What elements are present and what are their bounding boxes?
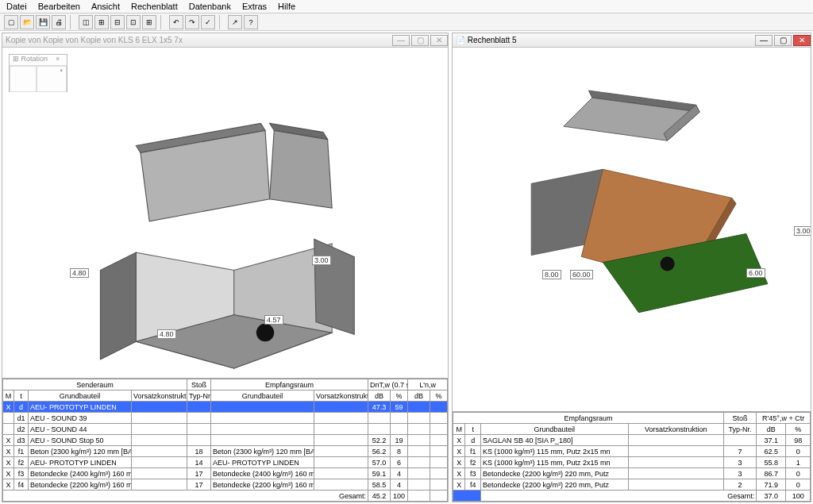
- table-row[interactable]: Xf2AEU- PROTOTYP LINDEN14AEU- PROTOTYP L…: [3, 457, 448, 468]
- close-icon[interactable]: ✕: [793, 35, 811, 46]
- dim-a: 8.00: [542, 270, 561, 279]
- close-icon[interactable]: ✕: [430, 35, 448, 46]
- left-viewport[interactable]: ⊞ Rotation × • 3.00 4.80: [2, 48, 448, 378]
- svg-marker-8: [314, 239, 354, 334]
- save-icon[interactable]: 💾: [36, 15, 50, 29]
- right-pane: 📄 Rechenblatt 5 — ▢ ✕: [452, 33, 811, 502]
- table-row[interactable]: XdSAGLAN SB 40 [SIA P_180]37.198: [453, 435, 811, 446]
- layout2-icon[interactable]: ⊞: [94, 15, 109, 29]
- help-icon[interactable]: ?: [244, 15, 258, 29]
- table-row[interactable]: d1AEU - SOUND 39: [3, 413, 448, 424]
- left-pane: Kopie von Kopie von Kopie von KLS 6 ELX …: [2, 33, 449, 502]
- svg-point-18: [661, 256, 675, 271]
- layout5-icon[interactable]: ⊞: [142, 15, 156, 29]
- dim-h: 3.00: [312, 256, 331, 265]
- layout1-icon[interactable]: ◫: [79, 15, 93, 29]
- layout3-icon[interactable]: ⊟: [110, 15, 125, 29]
- minimize-icon[interactable]: —: [755, 35, 773, 46]
- right-3d-scene: [453, 48, 811, 370]
- menu-rechenblatt[interactable]: Rechenblatt: [131, 2, 178, 11]
- tool-arrow-icon[interactable]: ↗: [228, 15, 242, 29]
- left-pane-title[interactable]: Kopie von Kopie von Kopie von KLS 6 ELX …: [2, 33, 448, 48]
- menu-hilfe[interactable]: Hilfe: [278, 2, 295, 11]
- main-menubar: Datei Bearbeiten Ansicht Rechenblatt Dat…: [0, 0, 813, 13]
- maximize-icon[interactable]: ▢: [774, 35, 792, 46]
- dim-b: 6.00: [746, 268, 765, 278]
- svg-point-9: [256, 324, 274, 341]
- table-row[interactable]: Xf1KS (1000 kg/m³) 115 mm, Putz 2x15 mn7…: [453, 446, 811, 457]
- left-table[interactable]: Senderaum Stoß Empfangsraum DnT,w (0.7 s…: [2, 378, 448, 502]
- table-row[interactable]: Xf4Betondecke (2200 kg/m³) 220 mm, Putz2…: [453, 479, 811, 491]
- table-row[interactable]: Xf3Betondecke (2400 kg/m³) 160 mm [BAS17…: [3, 468, 448, 479]
- open-icon[interactable]: 📂: [20, 15, 34, 29]
- view-left-icon[interactable]: ↶: [169, 15, 183, 29]
- maximize-icon[interactable]: ▢: [411, 35, 429, 46]
- menu-datenbank[interactable]: Datenbank: [189, 2, 231, 11]
- table-row[interactable]: Xf4Betondecke (2200 kg/m³) 160 mm [BAS17…: [3, 479, 448, 491]
- dim-h: 3.00: [794, 226, 811, 236]
- right-viewport[interactable]: 3.00 8.00 60.00 6.00: [453, 48, 811, 411]
- menu-ansicht[interactable]: Ansicht: [91, 2, 120, 11]
- layout4-icon[interactable]: ⊡: [126, 15, 141, 29]
- minimize-icon[interactable]: —: [392, 35, 410, 46]
- view-right-icon[interactable]: ↷: [185, 15, 199, 29]
- svg-marker-7: [100, 252, 136, 360]
- main-toolbar: ▢ 📂 💾 🖨 ◫ ⊞ ⊟ ⊡ ⊞ ↶ ↷ ✓ ↗ ?: [0, 13, 813, 31]
- print-icon[interactable]: 🖨: [52, 15, 66, 29]
- table-row[interactable]: Xd3AEU - SOUND Stop 5052.219: [3, 435, 448, 446]
- calc-icon[interactable]: ✓: [201, 15, 215, 29]
- svg-marker-3: [270, 130, 333, 208]
- table-row[interactable]: Xf1Beton (2300 kg/m³) 120 mm [BAST]18Bet…: [3, 446, 448, 457]
- dim-ang: 60.00: [570, 270, 593, 279]
- dim-w1: 4.80: [70, 268, 89, 278]
- dim-w2: 4.80: [157, 329, 176, 339]
- dim-d: 4.57: [264, 315, 283, 325]
- menu-bearbeiten[interactable]: Bearbeiten: [38, 2, 80, 11]
- table-row[interactable]: Xf2KS (1000 kg/m³) 115 mm, Putz 2x15 mn3…: [453, 457, 811, 468]
- menu-datei[interactable]: Datei: [6, 2, 27, 11]
- menu-extras[interactable]: Extras: [242, 2, 267, 11]
- table-row[interactable]: Xf3Betondecke (2200 kg/m³) 220 mm, Putz3…: [453, 468, 811, 479]
- right-table[interactable]: Empfangsraum Stoß R'45°,w + Ctr Mt Grund…: [453, 411, 811, 502]
- table-row[interactable]: d2AEU - SOUND 44: [3, 424, 448, 435]
- left-3d-scene: [2, 48, 448, 378]
- new-icon[interactable]: ▢: [4, 15, 18, 29]
- table-row[interactable]: XdAEU- PROTOTYP LINDEN47.359: [3, 402, 448, 413]
- workspace: Kopie von Kopie von Kopie von KLS 6 ELX …: [0, 31, 813, 504]
- right-pane-title[interactable]: 📄 Rechenblatt 5 — ▢ ✕: [453, 33, 811, 48]
